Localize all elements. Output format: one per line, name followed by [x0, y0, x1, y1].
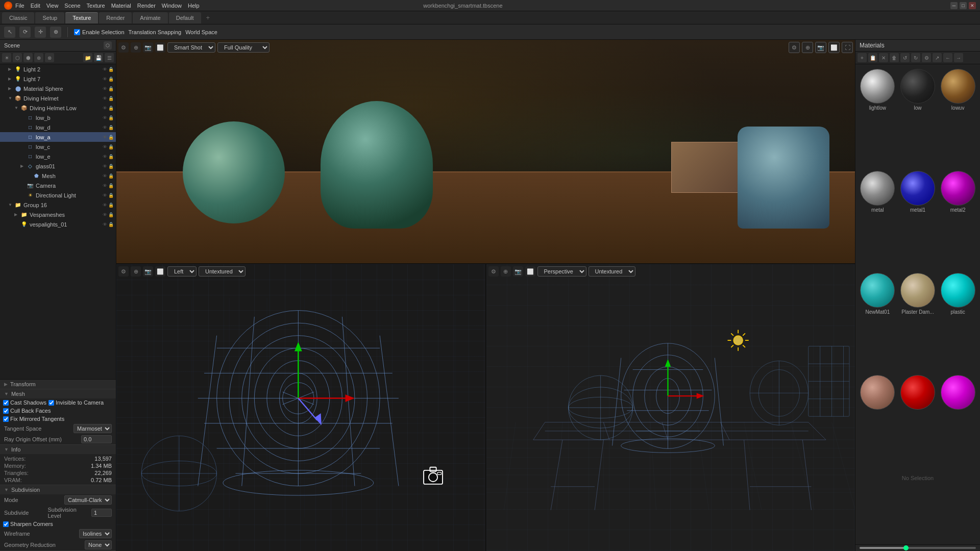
- transform-tool-icon[interactable]: ⊕: [50, 27, 61, 38]
- scene-tool-sun-icon[interactable]: ☀: [2, 53, 11, 62]
- menu-texture[interactable]: Texture: [87, 3, 105, 9]
- bl-window-icon[interactable]: ⬜: [155, 266, 165, 277]
- tree-item-vespalights01[interactable]: ▶ 💡 vespalights_01 👁 🔒: [0, 219, 116, 229]
- invisible-to-camera-input[interactable]: [48, 400, 54, 406]
- cull-back-faces-input[interactable]: [3, 408, 9, 414]
- tree-item-low-c[interactable]: ▶ □ low_c 👁 🔒: [0, 142, 116, 152]
- tab-animate[interactable]: Animate: [133, 12, 167, 23]
- close-button[interactable]: ✕: [969, 2, 976, 9]
- menu-scene[interactable]: Scene: [64, 3, 80, 9]
- info-section-header[interactable]: ▼ Info: [0, 445, 116, 454]
- tree-item-diving-helmet-low[interactable]: ▼ 📦 Diving Helmet Low 👁 🔒: [0, 103, 116, 113]
- tab-default[interactable]: Default: [169, 12, 201, 23]
- mat-item-newmat01[interactable]: NewMat01: [859, 271, 897, 371]
- tree-item-directional-light[interactable]: ▶ ☀ Directional Light 👁 🔒: [0, 190, 116, 200]
- menu-edit[interactable]: Edit: [31, 3, 40, 9]
- ray-origin-offset-input[interactable]: [81, 435, 112, 443]
- mat-item-metal2[interactable]: metal2: [939, 169, 977, 269]
- bl-shading-select[interactable]: Untextured: [199, 266, 246, 277]
- mat-item-extra1[interactable]: [859, 373, 897, 468]
- scene-tool-geo-icon[interactable]: ⬡: [13, 53, 22, 62]
- menu-material[interactable]: Material: [111, 3, 131, 9]
- menu-render[interactable]: Render: [137, 3, 156, 9]
- br-settings-icon[interactable]: ⚙: [488, 266, 499, 277]
- tree-item-glass01[interactable]: ▶ ◇ glass01 👁 🔒: [0, 161, 116, 171]
- scene-expand-icon[interactable]: ⬡: [104, 41, 112, 49]
- mat-item-low[interactable]: low: [899, 67, 937, 167]
- translation-snapping-toggle[interactable]: Translation Snapping: [129, 29, 182, 35]
- menu-window[interactable]: Window: [162, 3, 182, 9]
- quality-select[interactable]: Full Quality Fast Preview: [217, 42, 270, 53]
- fix-mirrored-tangents-checkbox[interactable]: Fix Mirrored Tangents: [3, 416, 64, 422]
- render-window-icon[interactable]: ⬜: [828, 42, 840, 53]
- tree-item-vespameshes[interactable]: ▶ 📁 Vespameshes 👁 🔒: [0, 210, 116, 219]
- enable-selection-checkbox[interactable]: [74, 29, 80, 35]
- scene-tool-menu-icon[interactable]: ☰: [105, 53, 114, 62]
- camera-select[interactable]: Smart Shot Camera: [167, 42, 215, 53]
- minimize-button[interactable]: ─: [950, 2, 958, 9]
- bottom-right-viewport[interactable]: ⚙ ⊕ 📷 ⬜ Perspective Untextured: [486, 264, 855, 551]
- tangent-space-select[interactable]: Marmoset: [74, 424, 112, 433]
- tab-render[interactable]: Render: [99, 12, 132, 23]
- mat-item-lowuv[interactable]: lowuv: [939, 67, 977, 167]
- tab-add-button[interactable]: +: [202, 12, 214, 23]
- mat-export-icon[interactable]: ↗: [933, 53, 942, 62]
- wireframe-select[interactable]: Isolines: [79, 529, 112, 538]
- tab-setup[interactable]: Setup: [35, 12, 64, 23]
- top-viewport-camera-icon[interactable]: 📷: [143, 42, 153, 53]
- mat-copy-icon[interactable]: 📋: [868, 53, 877, 62]
- scene-tool-remove-icon[interactable]: ⊗: [45, 53, 54, 62]
- tree-item-group16[interactable]: ▼ 📁 Group 16 👁 🔒: [0, 200, 116, 210]
- bl-expand-icon[interactable]: ⊕: [131, 266, 141, 277]
- cast-shadows-checkbox[interactable]: Cast Shadows: [3, 399, 46, 406]
- mat-settings-icon[interactable]: ⚙: [922, 53, 931, 62]
- top-viewport-expand-icon[interactable]: ⊕: [131, 42, 141, 53]
- world-space-toggle[interactable]: World Space: [185, 29, 217, 35]
- mat-add-icon[interactable]: +: [857, 53, 867, 62]
- br-expand-icon[interactable]: ⊕: [501, 266, 511, 277]
- scene-tool-obj-icon[interactable]: ⬢: [23, 53, 33, 62]
- mat-next-icon[interactable]: →: [954, 53, 963, 62]
- mode-select[interactable]: Catmull-Clark: [64, 495, 112, 505]
- maximize-button[interactable]: □: [960, 2, 967, 9]
- menu-help[interactable]: Help: [188, 3, 200, 9]
- scene-tool-add-icon[interactable]: ⊕: [34, 53, 43, 62]
- cast-shadows-input[interactable]: [3, 400, 9, 406]
- render-add-icon[interactable]: ⊕: [802, 42, 813, 53]
- br-shading-select[interactable]: Untextured: [589, 266, 635, 277]
- subdivision-section-header[interactable]: ▼ Subdivision: [0, 485, 116, 494]
- mat-item-extra3[interactable]: [939, 373, 977, 468]
- fix-mirrored-tangents-input[interactable]: [3, 416, 9, 422]
- tree-item-low-a[interactable]: ▶ □ low_a 👁 🔒: [0, 132, 116, 142]
- top-viewport-settings-icon[interactable]: ⚙: [118, 42, 129, 53]
- tree-item-camera[interactable]: ▶ 📷 Camera 👁 🔒: [0, 181, 116, 190]
- tree-item-light2[interactable]: ▶ 💡 Light 2 👁 🔒: [0, 64, 116, 74]
- mat-item-extra2[interactable]: [899, 373, 937, 468]
- mat-delete-icon[interactable]: 🗑: [890, 53, 899, 62]
- materials-slider-handle[interactable]: [903, 545, 909, 550]
- bl-camera-icon[interactable]: 📷: [143, 266, 153, 277]
- top-viewport[interactable]: ⚙ ⊕ 📷 ⬜ Smart Shot Camera Full Quality F…: [116, 40, 855, 264]
- rotate-tool-icon[interactable]: ⟳: [19, 27, 31, 38]
- mat-prev-icon[interactable]: ←: [943, 53, 952, 62]
- mat-item-plastic[interactable]: plastic: [939, 271, 977, 371]
- menu-file[interactable]: File: [15, 3, 24, 9]
- menu-view[interactable]: View: [46, 3, 59, 9]
- scene-tool-folder-icon[interactable]: 📁: [83, 53, 92, 62]
- mat-undo-icon[interactable]: ↺: [900, 53, 910, 62]
- bottom-left-viewport[interactable]: ⚙ ⊕ 📷 ⬜ Left Untextured: [116, 264, 486, 551]
- render-camera2-icon[interactable]: 📷: [815, 42, 826, 53]
- geometry-reduction-select[interactable]: None: [85, 540, 112, 549]
- mat-remove-icon[interactable]: ✕: [879, 53, 888, 62]
- mesh-section-header[interactable]: ▼ Mesh: [0, 389, 116, 398]
- materials-slider[interactable]: [860, 547, 976, 549]
- move-tool-icon[interactable]: ✛: [35, 27, 46, 38]
- tree-item-mesh[interactable]: ▶ ⬟ Mesh 👁 🔒: [0, 171, 116, 181]
- mat-item-metal[interactable]: metal: [859, 169, 897, 269]
- invisible-to-camera-checkbox[interactable]: Invisible to Camera: [48, 399, 104, 406]
- scene-tool-save-icon[interactable]: 💾: [94, 53, 103, 62]
- render-fullscreen-icon[interactable]: ⛶: [842, 42, 853, 53]
- tree-item-low-e[interactable]: ▶ □ low_e 👁 🔒: [0, 152, 116, 161]
- tree-item-material-sphere[interactable]: ▶ ⬤ Material Sphere 👁 🔒: [0, 84, 116, 93]
- tree-item-light7[interactable]: ▶ 💡 Light 7 👁 🔒: [0, 74, 116, 84]
